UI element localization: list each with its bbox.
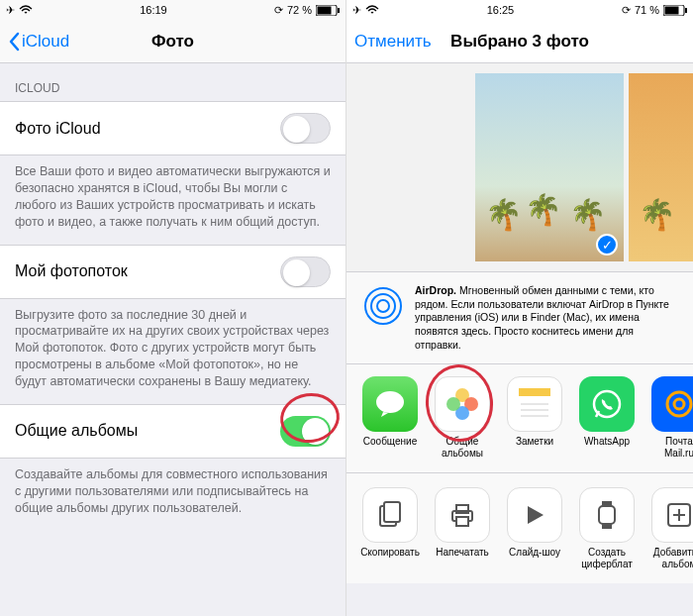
status-time: 16:19 [140,4,167,16]
play-icon [522,502,547,528]
rotation-lock-icon: ⟳ [274,4,283,17]
airplane-icon: ✈ [6,4,15,17]
photostream-footer: Выгрузите фото за последние 30 дней и пр… [0,299,346,404]
airdrop-text: AirDrop. Мгновенный обмен данными с теми… [415,284,678,352]
status-bar: ✈ 16:25 ⟳ 71 % [346,0,693,20]
svg-rect-1 [317,6,331,14]
svg-rect-14 [519,388,550,396]
check-icon: ✓ [596,234,618,256]
action-label: Добавить в альбом [650,547,693,569]
icloud-photo-cell: Фото iCloud [0,101,346,155]
svg-rect-4 [664,6,678,14]
action-watchface[interactable]: Создать циферблат [578,487,636,569]
cancel-button[interactable]: Отменить [354,32,432,51]
airdrop-title: AirDrop. [415,284,456,296]
photo-thumb[interactable]: 🌴 🌴 🌴 ✓ [475,73,624,261]
airdrop-row: AirDrop. Мгновенный обмен данными с теми… [346,271,693,363]
nav-bar: iCloud Фото [0,20,346,63]
airplane-icon: ✈ [352,4,361,17]
action-label: Скопировать [360,547,420,559]
whatsapp-icon [590,387,624,421]
svg-point-13 [446,397,460,411]
section-header: ICLOUD [0,63,346,101]
rotation-lock-icon: ⟳ [622,4,631,17]
app-mailru[interactable]: Почта Mail.ru [650,376,693,459]
wifi-icon [365,5,379,15]
app-label: Общие альбомы [434,436,491,459]
svg-point-7 [371,294,395,318]
photostream-label: Мой фотопоток [15,262,128,280]
action-slideshow[interactable]: Слайд-шоу [506,487,563,569]
battery-percent: 71 % [635,4,659,16]
icloud-photo-toggle[interactable] [280,113,331,144]
svg-rect-5 [685,8,687,13]
action-copy[interactable]: Скопировать [361,487,419,569]
svg-point-19 [667,392,691,416]
shared-albums-label: Общие альбомы [15,422,138,440]
chevron-left-icon [8,32,20,51]
app-notes[interactable]: Заметки [506,376,563,459]
shared-albums-toggle[interactable] [280,416,331,447]
photostream-toggle[interactable] [280,257,331,287]
mailru-icon [661,386,693,422]
messages-icon [373,389,407,419]
wifi-icon [19,5,33,15]
app-label: Сообщение [363,436,417,448]
nav-title: Выбрано 3 фото [450,32,589,51]
action-addtoalbum[interactable]: Добавить в альбом [650,487,693,569]
svg-point-20 [674,399,684,409]
photos-icon [445,386,480,422]
svg-rect-25 [456,517,468,526]
back-button[interactable]: iCloud [8,32,69,51]
print-icon [448,501,476,529]
airdrop-icon [361,284,405,328]
battery-icon [663,5,687,16]
photostream-cell: Мой фотопоток [0,245,346,299]
svg-rect-28 [602,524,612,529]
copy-icon [377,500,403,530]
app-label: Почта Mail.ru [650,436,693,459]
watch-icon [597,500,617,530]
shared-albums-footer: Создавайте альбомы для совместного испол… [0,459,346,531]
svg-point-9 [376,391,404,413]
app-shared-albums[interactable]: Общие альбомы [434,376,491,459]
app-whatsapp[interactable]: WhatsApp [578,376,636,459]
icloud-photo-footer: Все Ваши фото и видео автоматически выгр… [0,155,346,245]
status-bar: ✈ 16:19 ⟳ 72 % [0,0,346,20]
apps-row[interactable]: Сообщение Общие альбомы Заметки [346,363,693,472]
photo-thumb[interactable]: 🌴 ✓ [629,73,693,261]
action-label: Напечатать [436,547,489,559]
battery-percent: 72 % [287,4,312,16]
battery-icon [316,5,340,16]
action-label: Создать циферблат [578,547,636,569]
app-label: Заметки [516,436,553,448]
nav-bar: Отменить Выбрано 3 фото [346,20,693,63]
notes-icon [513,382,556,426]
svg-rect-2 [338,8,340,13]
status-time: 16:25 [487,4,515,16]
svg-rect-22 [384,502,400,522]
svg-rect-26 [599,506,615,524]
add-icon [665,501,693,529]
app-label: WhatsApp [584,436,630,448]
action-print[interactable]: Напечатать [434,487,491,569]
back-label: iCloud [22,32,69,51]
share-sheet-phone: ✈ 16:25 ⟳ 71 % Отменить Выбрано 3 фото 🌴… [346,0,693,616]
photos-strip[interactable]: 🌴 🌴 🌴 ✓ 🌴 ✓ [346,63,693,271]
actions-row[interactable]: Скопировать Напечатать Слайд-шоу Создать… [346,472,693,583]
svg-rect-27 [602,501,612,506]
icloud-photo-label: Фото iCloud [15,120,101,138]
nav-title: Фото [151,32,194,51]
shared-albums-cell: Общие альбомы [0,404,346,459]
action-label: Слайд-шоу [509,547,560,559]
settings-phone: ✈ 16:19 ⟳ 72 % iCloud Фото ICLOUD Фото i… [0,0,346,616]
svg-point-6 [377,300,389,312]
app-messages[interactable]: Сообщение [361,376,419,459]
